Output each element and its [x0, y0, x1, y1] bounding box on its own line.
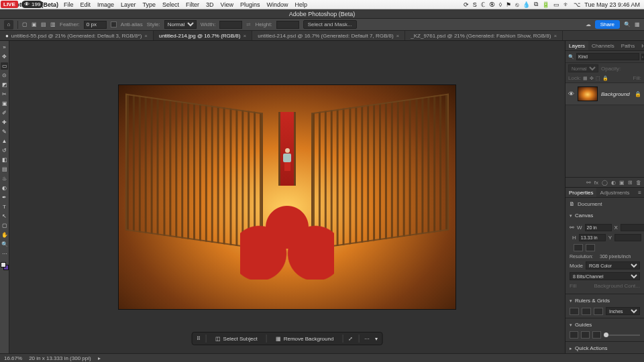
c-icon[interactable]: ℂ — [481, 1, 485, 8]
history-brush-tool[interactable]: ↺ — [1, 147, 8, 154]
collapse-icon[interactable]: ▾ — [375, 336, 378, 342]
menu-help[interactable]: Help — [295, 1, 308, 8]
zoom-tool[interactable]: 🔍 — [1, 241, 8, 248]
ruler-units-select[interactable]: Inches — [606, 307, 640, 315]
move-tool[interactable]: ✥ — [1, 53, 8, 60]
selection-add-icon[interactable]: ▣ — [32, 21, 37, 27]
healing-tool[interactable]: ✚ — [1, 119, 8, 126]
menu-filter[interactable]: Filter — [186, 1, 199, 8]
share-button[interactable]: Share — [595, 20, 620, 29]
group-icon[interactable]: ▣ — [619, 180, 625, 186]
select-subject-button[interactable]: ◫Select Subject — [212, 335, 261, 343]
fg-color-swatch[interactable] — [1, 262, 6, 267]
guides-button-1[interactable] — [570, 331, 578, 339]
menu-edit[interactable]: Edit — [80, 1, 91, 8]
tab-layers[interactable]: Layers — [566, 41, 588, 50]
tab-history[interactable]: History — [638, 41, 644, 50]
tab-adjustments[interactable]: Adjustments — [596, 188, 633, 197]
guides-button-3[interactable] — [592, 331, 601, 339]
rulers-header[interactable]: ▾Rulers & Grids — [566, 296, 644, 306]
guides-button-2[interactable] — [581, 331, 590, 339]
mask-icon[interactable]: ◯ — [602, 180, 608, 186]
ruler-button-3[interactable] — [594, 308, 603, 315]
ruler-button-2[interactable] — [582, 308, 591, 315]
hash-icon[interactable]: ⧉ — [534, 1, 538, 8]
eraser-tool[interactable]: ◧ — [1, 156, 8, 164]
guides-slider[interactable] — [604, 335, 640, 336]
filter-pixel-icon[interactable]: ▫ — [641, 54, 644, 60]
selection-intersect-icon[interactable]: ▥ — [50, 21, 56, 27]
menu-file[interactable]: File — [64, 1, 74, 8]
doc-tab-4[interactable]: _KZ_9761.psd @ 21% (Generated: Fashion S… — [405, 31, 563, 40]
lock-position-icon[interactable]: ✜ — [590, 76, 594, 81]
contextual-task-bar[interactable]: ⠿ ◫Select Subject ▦Remove Background ⤢ ⋯… — [192, 332, 383, 345]
lasso-tool[interactable]: ⊙ — [1, 72, 8, 79]
brush-tool[interactable]: ✎ — [1, 128, 8, 135]
record-icon[interactable]: ⦿ — [489, 1, 495, 8]
doc-tab-2[interactable]: untitled-214.jpg @ 16.7% (RGB/8)× — [154, 31, 252, 40]
lock-icon[interactable]: 🔒 — [635, 91, 641, 97]
lock-nesting-icon[interactable]: ⬚ — [596, 76, 600, 81]
color-swatches[interactable] — [1, 262, 9, 270]
canvas-width-input[interactable] — [585, 224, 612, 231]
search-icon[interactable]: 🔍 — [624, 21, 631, 27]
tab-properties[interactable]: Properties — [566, 188, 596, 197]
marquee-tool[interactable]: ▭ — [1, 62, 8, 70]
menu-type[interactable]: Type — [143, 1, 156, 8]
select-and-mask-button[interactable]: Select and Mask... — [303, 20, 357, 29]
blur-tool[interactable]: ♨ — [1, 175, 8, 182]
eyedropper-tool[interactable]: ✐ — [1, 109, 8, 117]
s-icon[interactable]: S — [473, 1, 477, 8]
tab-channels[interactable]: Channels — [588, 41, 618, 50]
collapse-tools-icon[interactable]: » — [1, 44, 8, 51]
path-select-tool[interactable]: ↖ — [1, 213, 8, 220]
adjustment-icon[interactable]: ◐ — [611, 180, 616, 186]
menu-layer[interactable]: Layer — [121, 1, 136, 8]
close-icon[interactable]: × — [396, 33, 400, 39]
object-select-tool[interactable]: ◩ — [1, 81, 8, 88]
doc-tab-1[interactable]: ●untitled-55.psd @ 21% (Generated: Defau… — [0, 31, 154, 40]
close-icon[interactable]: × — [243, 33, 246, 39]
fx-icon[interactable]: fx — [594, 180, 598, 186]
lock-pixels-icon[interactable]: ▦ — [583, 76, 588, 81]
quick-actions-header[interactable]: ▸Quick Actions — [566, 343, 644, 353]
visibility-icon[interactable]: 👁 — [568, 90, 574, 97]
cloud-icon[interactable]: ☁ — [586, 21, 591, 27]
more-tools[interactable]: ⋯ — [1, 250, 8, 257]
bits-select[interactable]: 8 Bits/Channel — [570, 272, 640, 280]
dodge-tool[interactable]: ◐ — [1, 184, 8, 192]
canvas-height-input[interactable] — [579, 234, 606, 241]
layer-thumbnail[interactable] — [578, 86, 598, 101]
close-icon[interactable]: × — [553, 33, 557, 39]
pen-tool[interactable]: ✒ — [1, 194, 8, 201]
more-icon[interactable]: ⋯ — [364, 336, 370, 342]
feather-input[interactable] — [84, 21, 107, 29]
battery-icon[interactable]: 🔋 — [542, 1, 549, 8]
layer-row-background[interactable]: 👁 Background 🔒 — [566, 83, 644, 105]
type-tool[interactable]: T — [1, 203, 8, 210]
doc-info[interactable]: 20 in x 13.333 in (300 ppi) — [29, 355, 91, 361]
panel-menu-icon[interactable]: ≡ — [635, 190, 644, 196]
layer-name[interactable]: Background — [601, 91, 630, 97]
lock-all-icon[interactable]: 🔒 — [602, 76, 608, 81]
menu-select[interactable]: Select — [162, 1, 179, 8]
tab-paths[interactable]: Paths — [618, 41, 638, 50]
menu-window[interactable]: Window — [267, 1, 288, 8]
new-layer-icon[interactable]: ⊞ — [628, 180, 633, 186]
shape-tool[interactable]: ▢ — [1, 222, 8, 229]
control-center-icon[interactable]: ⌥ — [574, 1, 580, 8]
clock[interactable]: Tue May 23 9:46 AM — [584, 1, 640, 8]
wifi-icon[interactable]: ᯤ — [564, 1, 570, 8]
guides-header[interactable]: ▾Guides — [566, 320, 644, 330]
selection-new-icon[interactable]: ▢ — [22, 21, 28, 27]
menu-view[interactable]: View — [221, 1, 233, 8]
ruler-button-1[interactable] — [570, 308, 579, 315]
vpn-icon[interactable]: ⎋ — [515, 1, 519, 8]
canvas-area[interactable]: ⠿ ◫Select Subject ▦Remove Background ⤢ ⋯… — [9, 41, 565, 353]
mode-select[interactable]: RGB Color — [586, 261, 640, 269]
chevron-right-icon[interactable]: ▸ — [98, 355, 101, 361]
link-wh-icon[interactable]: ⚯ — [570, 225, 574, 231]
gradient-tool[interactable]: ▤ — [1, 166, 8, 173]
selection-subtract-icon[interactable]: ▤ — [41, 21, 46, 27]
canvas-header[interactable]: ▾Canvas — [566, 210, 644, 221]
